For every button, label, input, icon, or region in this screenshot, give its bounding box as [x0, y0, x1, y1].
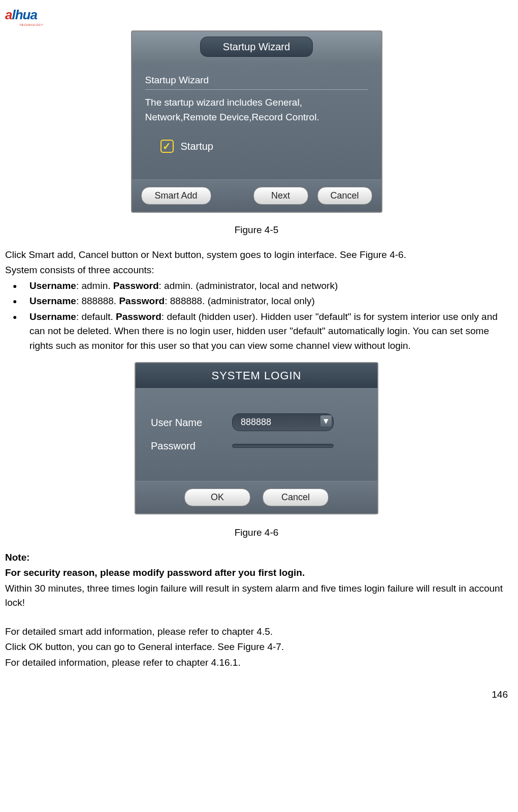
paragraph: System consists of three accounts:: [5, 263, 508, 278]
section-label: Startup Wizard: [145, 73, 368, 90]
startup-checkbox[interactable]: ✓: [160, 140, 174, 153]
system-login-dialog: SYSTEM LOGIN User Name 888888 ▾ Password…: [135, 362, 378, 514]
login-dialog-title: SYSTEM LOGIN: [136, 363, 377, 388]
paragraph: Within 30 minutes, three times login fai…: [5, 581, 508, 610]
startup-checkbox-label: Startup: [181, 139, 213, 154]
cancel-button[interactable]: Cancel: [263, 489, 329, 506]
login-dialog-body: User Name 888888 ▾ Password: [136, 388, 377, 481]
username-dropdown-button[interactable]: ▾: [320, 415, 332, 427]
list-item: Username: 888888. Password: 888888. (adm…: [5, 294, 508, 309]
username-label: User Name: [151, 415, 232, 430]
username-row: User Name 888888 ▾: [151, 413, 362, 431]
paragraph: For detailed information, please refer t…: [5, 656, 508, 670]
dialog-footer: Smart Add Next Cancel: [132, 179, 381, 212]
list-item: Username: admin. Password: admin. (admin…: [5, 279, 508, 294]
username-input[interactable]: 888888: [232, 413, 334, 431]
page-number: 146: [5, 688, 508, 702]
cancel-button[interactable]: Cancel: [317, 187, 372, 205]
paragraph: Click OK button, you can go to General i…: [5, 640, 508, 655]
logo-subtext: TECHNOLOGY: [19, 23, 61, 27]
figure-caption-4-5: Figure 4-5: [5, 223, 508, 238]
password-input[interactable]: [232, 444, 334, 448]
brand-logo: alhua TECHNOLOGY: [5, 5, 61, 23]
login-dialog-footer: OK Cancel: [136, 481, 377, 513]
dialog-header: Startup Wizard: [132, 31, 381, 64]
startup-wizard-dialog: Startup Wizard Startup Wizard The startu…: [131, 30, 382, 213]
paragraph: For detailed smart add information, plea…: [5, 625, 508, 639]
figure-caption-4-6: Figure 4-6: [5, 526, 508, 540]
paragraph: Click Smart add, Cancel button or Next b…: [5, 248, 508, 263]
password-label: Password: [151, 438, 232, 453]
smart-add-button[interactable]: Smart Add: [141, 187, 211, 205]
note-bold-line: For security reason, please modify passw…: [5, 566, 508, 580]
accounts-list: Username: admin. Password: admin. (admin…: [5, 279, 508, 353]
next-button[interactable]: Next: [253, 187, 308, 205]
wizard-description: The startup wizard includes General, Net…: [145, 95, 368, 125]
chevron-down-icon: ▾: [323, 414, 329, 429]
note-heading: Note:: [5, 550, 508, 565]
check-icon: ✓: [163, 141, 171, 151]
password-row: Password: [151, 438, 362, 453]
ok-button[interactable]: OK: [184, 489, 250, 506]
dialog-body: Startup Wizard The startup wizard includ…: [132, 64, 381, 179]
logo-text: alhua: [5, 5, 61, 25]
startup-checkbox-row: ✓ Startup: [160, 139, 368, 154]
dialog-title: Startup Wizard: [200, 37, 313, 57]
list-item: Username: default. Password: default (hi…: [5, 310, 508, 353]
